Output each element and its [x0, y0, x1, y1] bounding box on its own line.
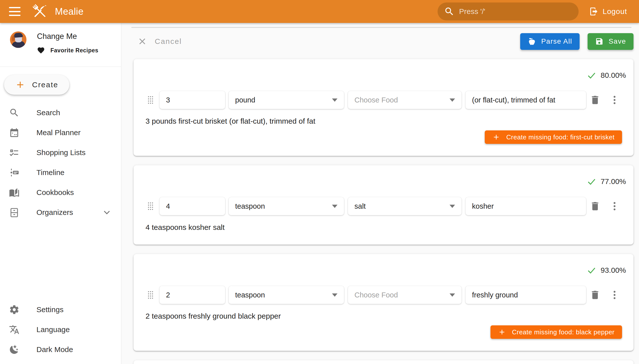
plus-icon [498, 328, 506, 336]
menu-icon[interactable] [9, 7, 21, 16]
checklist-icon [9, 147, 20, 158]
sidebar-divider [0, 66, 121, 67]
plus-icon [15, 80, 26, 90]
original-ingredient-text: 3 pounds first-cut brisket (or flat-cut)… [145, 116, 626, 126]
heart-icon [37, 46, 45, 54]
food-select[interactable]: Choose Food [348, 91, 462, 109]
unit-value: teaspoon [235, 202, 329, 210]
sidebar-item-cookbooks[interactable]: Cookbooks [0, 182, 121, 202]
ingredient-cards: 80.00% pound Choose Food [134, 59, 633, 364]
gear-icon [9, 304, 20, 315]
nav-label: Organizers [37, 208, 73, 217]
quantity-field[interactable] [159, 91, 225, 109]
confidence-value: 80.00% [600, 71, 626, 80]
create-button[interactable]: Create [4, 75, 69, 95]
note-field[interactable] [466, 197, 586, 215]
quantity-field[interactable] [159, 197, 225, 215]
nav-label: Cookbooks [37, 188, 74, 197]
sidebar-item-search[interactable]: Search [0, 103, 121, 123]
delete-icon[interactable] [590, 201, 600, 212]
book-open-icon [9, 187, 20, 198]
search-input[interactable]: Press '/' [438, 2, 579, 20]
apple-icon [528, 37, 536, 46]
note-field[interactable] [466, 91, 586, 109]
save-button[interactable]: Save [588, 33, 633, 50]
parser-toolbar: Cancel Parse All Save [121, 33, 633, 50]
create-missing-food-label: Create missing food: black pepper [512, 328, 614, 336]
logout-button[interactable]: Logout [586, 2, 630, 20]
kebab-menu-icon[interactable] [609, 290, 620, 300]
dropdown-caret-icon [450, 205, 455, 208]
favorite-recipes-link[interactable]: Favorite Recipes [37, 46, 98, 54]
sidebar-item-meal-planner[interactable]: Meal Planner [0, 123, 121, 142]
quantity-field[interactable] [159, 286, 225, 304]
drag-handle-icon[interactable] [145, 199, 155, 214]
sidebar-item-timeline[interactable]: Timeline [0, 162, 121, 182]
cancel-button[interactable]: Cancel [138, 37, 182, 46]
save-icon [595, 37, 603, 46]
ingredient-fields-row: teaspoon Choose Food [145, 286, 626, 304]
save-label: Save [608, 38, 626, 46]
unit-value: teaspoon [235, 291, 329, 299]
sidebar-item-dark-mode[interactable]: Dark Mode [0, 340, 121, 360]
sidebar-item-shopping-lists[interactable]: Shopping Lists [0, 142, 121, 162]
scrolled-content-edge [131, 27, 631, 28]
drag-handle-icon[interactable] [145, 288, 155, 302]
unit-select[interactable]: pound [229, 91, 344, 109]
calendar-icon [9, 128, 20, 138]
dropdown-caret-icon [332, 205, 337, 208]
sidebar-nav: Search Meal Planner Shopping Lists Timel… [0, 103, 121, 222]
food-value: salt [354, 202, 447, 210]
sidebar-footer-nav: Settings Language Dark Mode [0, 300, 121, 360]
sidebar: Change Me Favorite Recipes Create Search [0, 23, 121, 364]
unit-select[interactable]: teaspoon [229, 197, 344, 215]
favorites-label: Favorite Recipes [50, 47, 98, 54]
moon-stars-icon [9, 344, 20, 355]
ingredient-fields-row: pound Choose Food [145, 91, 626, 109]
close-icon [138, 37, 147, 46]
sidebar-item-settings[interactable]: Settings [0, 300, 121, 320]
check-icon [587, 265, 596, 275]
search-placeholder: Press '/' [459, 7, 485, 16]
check-icon [587, 176, 596, 186]
food-select[interactable]: salt [348, 197, 462, 215]
confidence-value: 93.00% [600, 266, 626, 274]
note-field[interactable] [466, 286, 586, 304]
drag-handle-icon[interactable] [145, 92, 155, 108]
dropdown-caret-icon [450, 294, 455, 297]
kebab-menu-icon[interactable] [609, 201, 620, 212]
timeline-icon [9, 167, 20, 178]
unit-value: pound [235, 96, 329, 104]
sidebar-item-organizers[interactable]: Organizers [0, 202, 121, 222]
user-block[interactable]: Change Me Favorite Recipes [0, 23, 121, 59]
app-title: Mealie [55, 6, 84, 17]
unit-select[interactable]: teaspoon [229, 286, 344, 304]
confidence-row: 80.00% [145, 70, 626, 80]
user-name: Change Me [37, 32, 98, 41]
create-missing-food-button[interactable]: Create missing food: black pepper [491, 325, 622, 339]
dropdown-caret-icon [332, 98, 337, 102]
parse-all-button[interactable]: Parse All [520, 33, 580, 50]
nav-label: Search [37, 108, 60, 117]
nav-label: Dark Mode [37, 345, 73, 354]
chevron-down-icon [102, 207, 112, 218]
food-placeholder: Choose Food [354, 291, 447, 299]
create-missing-food-button[interactable]: Create missing food: first-cut brisket [485, 130, 622, 144]
nav-label: Timeline [37, 168, 64, 177]
original-ingredient-text: 4 teaspoons kosher salt [145, 222, 626, 232]
kebab-menu-icon[interactable] [609, 94, 620, 106]
delete-icon[interactable] [590, 290, 600, 300]
translate-icon [9, 324, 20, 335]
food-placeholder: Choose Food [354, 96, 447, 104]
original-ingredient-text: 2 teaspoons freshly ground black pepper [145, 311, 626, 321]
nav-label: Meal Planner [37, 128, 81, 137]
app-header: Mealie Press '/' Logout [0, 0, 639, 23]
plus-icon [492, 133, 500, 141]
food-select[interactable]: Choose Food [348, 286, 462, 304]
search-icon [9, 108, 20, 118]
nav-label: Language [37, 325, 70, 334]
delete-icon[interactable] [590, 94, 600, 106]
mealie-logo-icon [31, 2, 49, 21]
sidebar-item-language[interactable]: Language [0, 320, 121, 340]
main-content: Cancel Parse All Save 80.00% po [121, 23, 639, 364]
